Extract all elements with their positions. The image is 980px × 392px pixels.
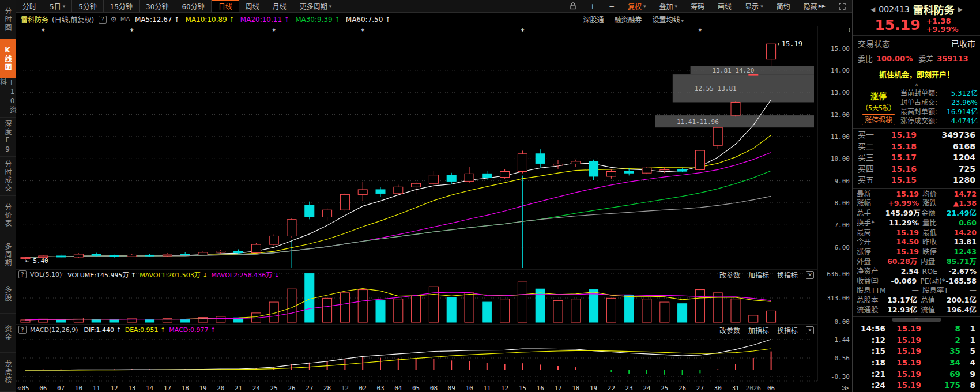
toolbar-button-叠加[interactable]: 叠加▾: [653, 0, 684, 12]
sidebar-item-3[interactable]: F10资料: [0, 78, 16, 118]
sidebar-item-2[interactable]: K线图: [0, 39, 16, 78]
volume-bar: [358, 290, 367, 322]
toolbar-button-更多周期[interactable]: 更多周期▾: [293, 0, 339, 12]
x-axis-label: 25: [270, 385, 278, 392]
close-icon[interactable]: ✕: [806, 271, 814, 279]
pane-ctrl-换指标[interactable]: 换指标: [777, 270, 798, 280]
ma-value-3: MA20:10.11↑: [240, 16, 293, 24]
toolbar-button-显示[interactable]: 显示▾: [738, 0, 770, 12]
x-axis-label: 22: [608, 385, 615, 392]
chart-area[interactable]: 15.0014.0013.0012.0011.0010.009.008.007.…: [16, 26, 853, 392]
x-axis-label: 17: [164, 385, 171, 392]
toolbar-button-复权[interactable]: 复权▾: [621, 0, 653, 12]
prev-stock-icon[interactable]: ◀: [870, 6, 875, 13]
toolbar-button-日线[interactable]: 日线: [212, 0, 239, 12]
x-axis-label: 27: [696, 385, 704, 392]
toolbar-button-分时[interactable]: 分时: [16, 0, 43, 12]
toolbar-button-15分钟[interactable]: 15分钟: [104, 0, 140, 12]
order-book-row[interactable]: 买三15.171204: [858, 152, 975, 164]
sidebar-item-10[interactable]: 龙虎榜: [0, 353, 16, 392]
link-深股通[interactable]: 深股通: [583, 14, 604, 24]
stat-row: 外盘60.28万内盘85.71万: [857, 257, 977, 267]
toolbar-button-30分钟[interactable]: 30分钟: [140, 0, 175, 12]
sidebar-item-7[interactable]: 多周期: [0, 235, 16, 274]
volume-bar: [624, 295, 634, 322]
sidebar-item-4[interactable]: 深度F9: [0, 118, 16, 157]
candle-body: [198, 252, 208, 255]
toolbar-button-+[interactable]: +: [583, 0, 602, 12]
toolbar-button-画线[interactable]: 画线: [711, 0, 738, 12]
volume-bar: [340, 293, 349, 322]
toolbar-button-隐藏[interactable]: 隐藏▶▶: [797, 0, 832, 12]
toolbar-button-−[interactable]: −: [602, 0, 621, 12]
toolbar-button-筹码[interactable]: 筹码: [684, 0, 711, 12]
pane-ctrl-换指标[interactable]: 换指标: [777, 325, 798, 335]
macd-pane-controls: 改参数加指标换指标✕: [719, 325, 814, 335]
candle-body: [358, 190, 367, 194]
toolbar-button-周线[interactable]: 周线: [239, 0, 266, 12]
candle-body: [92, 254, 101, 255]
stat-row: 换手*11.29%量比0.60: [857, 218, 977, 228]
toolbar-button-5分钟[interactable]: 5分钟: [72, 0, 104, 12]
toolbar-button-月线[interactable]: 月线: [266, 0, 293, 12]
gear-icon[interactable]: ⚙: [110, 15, 117, 24]
pane-ctrl-加指标[interactable]: 加指标: [748, 325, 769, 335]
kline-chart-svg[interactable]: 15.0014.0013.0012.0011.0010.009.008.007.…: [16, 26, 853, 392]
volume-bar: [695, 290, 704, 322]
panel-resize-handle[interactable]: ⌃: [853, 317, 980, 323]
candle-body: [678, 169, 687, 171]
event-marker: *: [360, 27, 365, 36]
toolbar-button-60分钟[interactable]: 60分钟: [175, 0, 211, 12]
sidebar-item-1[interactable]: 分时图: [0, 0, 16, 39]
link-融资融券[interactable]: 融资融券: [614, 14, 642, 24]
event-marker: *: [130, 27, 134, 36]
limit-up-secret-button[interactable]: 涨停揭秘: [862, 114, 895, 125]
quote-panel: ◀ 002413 雷科防务 ▶ 15.19 +1.38 +9.99% 交易状态 …: [852, 0, 980, 392]
limit-up-title: 涨停: [870, 90, 887, 101]
stat-row: 涨幅+9.99%涨跌▲1.38: [857, 199, 977, 209]
volume-bar: [589, 290, 598, 322]
expand-icon[interactable]: [832, 0, 852, 12]
last-price: 15.19: [875, 18, 920, 33]
price-axis-label: 14.00: [831, 67, 850, 74]
volume-bar: [447, 297, 456, 322]
gap-label: 11.41-11.96: [677, 118, 719, 126]
pane-ctrl-改参数[interactable]: 改参数: [719, 325, 740, 335]
help-icon[interactable]: ?: [18, 270, 27, 278]
gap-label: 13.81-14.20: [713, 67, 755, 74]
last-price-marker: ←15.19: [778, 40, 802, 48]
close-icon[interactable]: ✕: [806, 326, 814, 334]
x-axis-label: 27: [306, 385, 313, 392]
candle-body: [483, 174, 492, 177]
candle-body: [660, 169, 669, 171]
order-book-row[interactable]: 买一15.19349736: [858, 130, 975, 141]
open-account-banner[interactable]: 抓住机会，即刻开户！: [853, 66, 980, 82]
sidebar-item-5[interactable]: 分时成交: [0, 157, 16, 196]
toolbar-button-5日[interactable]: 5日▾: [43, 0, 72, 12]
x-axis-label: 07: [57, 385, 65, 392]
link-设置均线[interactable]: 设置均线▾: [652, 14, 684, 24]
indicator-bar: 雷科防务 (日线,前复权) ? ⚙ MA MA5:12.67↑MA10:10.8…: [16, 13, 852, 26]
stat-row: 总手145.99万金额21.49亿: [857, 209, 977, 218]
candle-body: [145, 255, 154, 256]
pane-ctrl-改参数[interactable]: 改参数: [719, 270, 740, 280]
x-axis-label: 12: [501, 385, 508, 392]
vol-indicator-value-3: MAVOL2:258.436万 ↓: [212, 270, 280, 279]
candle-body: [251, 244, 261, 253]
toolbar-button-简约[interactable]: 简约: [770, 0, 797, 12]
order-book-row[interactable]: 买四15.16725: [858, 164, 975, 175]
order-book-row[interactable]: 买二15.186168: [858, 141, 975, 153]
sidebar-item-8[interactable]: 多股: [0, 274, 16, 314]
lock-open-icon[interactable]: [563, 0, 583, 12]
sidebar-item-6[interactable]: 分价表: [0, 196, 16, 235]
help-icon[interactable]: ?: [18, 326, 27, 334]
pane-ctrl-加指标[interactable]: 加指标: [748, 270, 769, 280]
help-icon[interactable]: ?: [99, 16, 107, 24]
x-axis-label: 05: [412, 385, 420, 392]
order-book-row[interactable]: 买五15.151280: [858, 175, 975, 186]
collapse-tab[interactable]: ∧: [853, 82, 980, 88]
sidebar-item-9[interactable]: 资金: [0, 314, 16, 353]
macd-indicator-value-3: MACD:0.977 ↑: [169, 326, 216, 334]
next-stock-icon[interactable]: ▶: [958, 6, 963, 13]
price-change-pct: +9.99%: [926, 25, 959, 33]
